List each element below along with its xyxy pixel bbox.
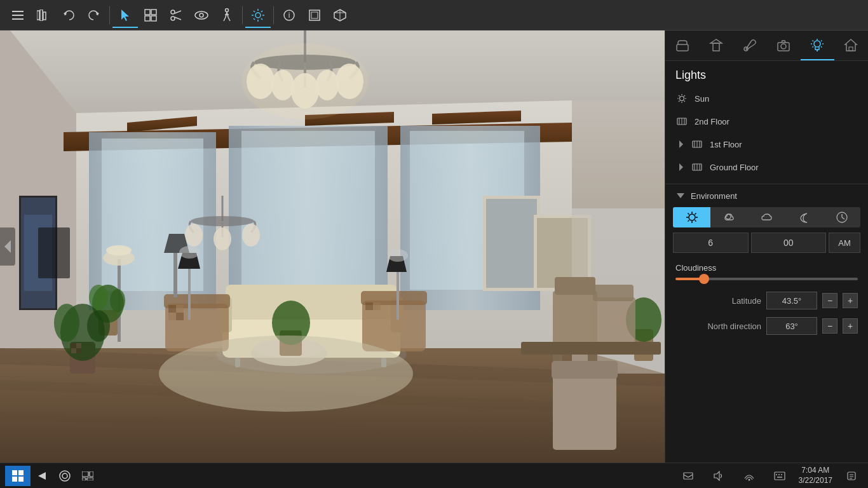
expand-arrow-1st — [675, 139, 686, 149]
menu-icon[interactable] — [5, 3, 31, 28]
taskbar-taskview-btn[interactable] — [78, 466, 98, 486]
start-button[interactable] — [5, 466, 31, 486]
svg-rect-121 — [71, 348, 76, 353]
taskbar-action-center-icon[interactable] — [841, 466, 862, 486]
library-icon[interactable] — [31, 3, 56, 28]
partly-cloudy-btn[interactable] — [710, 207, 748, 227]
panel-icon-bar — [665, 30, 868, 61]
svg-rect-129 — [555, 277, 595, 295]
tab-build[interactable] — [699, 30, 733, 60]
taskbar-notification-icon[interactable] — [678, 466, 698, 486]
light-item-sun[interactable]: Sun — [665, 87, 868, 110]
svg-rect-120 — [76, 343, 81, 348]
svg-rect-135 — [553, 374, 616, 450]
svg-marker-169 — [679, 140, 683, 148]
svg-rect-196 — [18, 477, 24, 482]
svg-point-113 — [89, 285, 108, 310]
taskbar-keyboard-icon[interactable] — [770, 466, 790, 486]
environment-header[interactable]: Environment — [665, 184, 868, 207]
objects-icon[interactable] — [138, 3, 163, 28]
sun-toolbar-icon[interactable] — [245, 3, 271, 28]
environment-section: Environment — [665, 184, 868, 339]
time-input-group: 6 00 AM — [673, 233, 860, 253]
tab-paint[interactable] — [733, 30, 766, 60]
time-btn[interactable] — [823, 207, 860, 227]
frame-icon[interactable] — [302, 3, 327, 28]
eye-icon[interactable] — [189, 3, 214, 28]
north-direction-minus-btn[interactable]: − — [822, 318, 837, 334]
tab-lights[interactable] — [801, 30, 834, 60]
latitude-minus-btn[interactable]: − — [822, 293, 837, 308]
svg-point-104 — [106, 245, 132, 255]
svg-marker-137 — [4, 240, 11, 253]
latitude-row: Latitude 43.5° − + — [665, 288, 868, 313]
select-icon[interactable] — [112, 3, 138, 28]
taskbar-volume-icon[interactable] — [709, 466, 729, 486]
toolbar-sep-2 — [242, 6, 243, 24]
floor-1st-icon — [691, 138, 703, 151]
light-item-ground-floor[interactable]: Ground Floor — [665, 156, 868, 179]
cloudiness-slider-thumb[interactable] — [699, 274, 709, 284]
walk-icon[interactable] — [214, 3, 240, 28]
svg-point-143 — [781, 44, 786, 49]
svg-line-26 — [261, 18, 262, 20]
svg-rect-119 — [71, 343, 76, 348]
ampm-input[interactable]: AM — [829, 233, 860, 253]
latitude-value[interactable]: 43.5° — [766, 292, 817, 309]
svg-rect-194 — [18, 470, 24, 475]
north-direction-value[interactable]: 63° — [766, 317, 817, 335]
svg-line-152 — [813, 46, 814, 48]
svg-line-151 — [821, 40, 822, 41]
svg-rect-0 — [12, 11, 24, 12]
svg-point-107 — [179, 246, 200, 259]
latitude-plus-btn[interactable]: + — [843, 293, 858, 308]
environment-label: Environment — [691, 191, 737, 201]
taskbar-network-icon[interactable] — [739, 466, 759, 486]
scissors-icon[interactable] — [163, 3, 189, 28]
cloudy-btn[interactable] — [748, 207, 785, 227]
tab-camera[interactable] — [767, 30, 801, 60]
svg-point-13 — [171, 10, 175, 14]
svg-rect-9 — [145, 10, 150, 15]
svg-line-162 — [684, 101, 686, 102]
hour-input[interactable]: 6 — [673, 233, 749, 253]
clear-sky-btn[interactable] — [673, 207, 710, 227]
svg-rect-155 — [849, 47, 853, 51]
svg-point-206 — [748, 478, 750, 480]
floor-ground-icon — [691, 161, 703, 173]
toolbar-sep-1 — [109, 6, 110, 24]
undo-icon[interactable] — [56, 3, 81, 28]
light-item-2nd-floor[interactable]: 2nd Floor — [665, 110, 868, 133]
viewport-nav-left[interactable] — [0, 227, 15, 266]
north-direction-plus-btn[interactable]: + — [843, 318, 858, 334]
svg-point-14 — [171, 17, 175, 20]
light-item-1st-floor[interactable]: 1st Floor — [665, 133, 868, 156]
svg-rect-91 — [176, 305, 184, 313]
svg-point-118 — [87, 310, 110, 342]
taskbar-back-btn[interactable] — [32, 466, 52, 486]
svg-marker-154 — [845, 39, 857, 51]
cloudiness-slider-track[interactable] — [675, 278, 858, 280]
svg-point-114 — [110, 289, 125, 312]
environment-chevron — [675, 191, 686, 201]
redo-icon[interactable] — [81, 3, 107, 28]
viewport-3d[interactable] — [0, 30, 665, 463]
taskbar-right-area: 7:04 AM 3/22/2017 — [677, 466, 863, 486]
info-icon[interactable]: i — [276, 3, 302, 28]
tab-home[interactable] — [834, 30, 868, 60]
cube-icon[interactable] — [327, 3, 353, 28]
svg-line-188 — [688, 220, 689, 222]
taskbar-clock[interactable]: 7:04 AM 3/22/2017 — [799, 466, 832, 485]
right-panel: Lights Sun 2nd Floor — [665, 30, 868, 463]
svg-point-20 — [255, 13, 261, 18]
svg-rect-133 — [593, 285, 634, 301]
minute-input[interactable]: 00 — [751, 233, 827, 253]
taskbar-cortana-btn[interactable] — [55, 466, 75, 486]
night-btn[interactable] — [785, 207, 823, 227]
tab-furnish[interactable] — [665, 30, 699, 60]
latitude-label: Latitude — [675, 296, 761, 306]
svg-point-198 — [60, 471, 70, 481]
svg-rect-204 — [684, 473, 693, 479]
svg-point-70 — [214, 227, 231, 250]
floor-2nd-icon — [675, 115, 688, 128]
